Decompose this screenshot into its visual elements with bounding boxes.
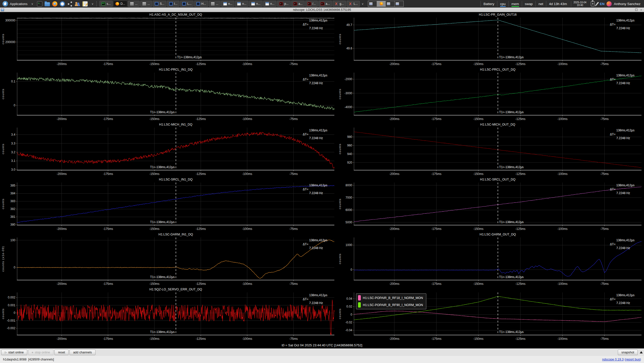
snapshot-button[interactable]: snapshot: [618, 350, 638, 355]
plot-darm-out[interactable]: 10000-200ms-175ms-150ms-125ms-100ms-75ms…: [337, 232, 644, 287]
window-gray-icon: [211, 2, 215, 6]
panel-clock[interactable]: 2025-10-04 19:40: [571, 1, 589, 7]
status-item-battery[interactable]: Battery: [480, 1, 497, 7]
plot-canvas-mich-out[interactable]: 980960940920-200ms-175ms-150ms-125ms-100…: [337, 122, 644, 177]
plot-pr-gain[interactable]: 49.749.6-200ms-175ms-150ms-125ms-100ms-7…: [337, 12, 644, 67]
taskbar-window-button[interactable]: a...: [318, 1, 332, 7]
taskbar-window-button[interactable]: S...: [153, 1, 166, 7]
ndscope-version-link[interactable]: ndscope 0.19.3: [602, 358, 624, 361]
y-tick-label: 0.001: [8, 304, 15, 307]
plot-sqz-lo[interactable]: 0.0020.0010-0.001-0.002-200ms-175ms-150m…: [0, 287, 337, 342]
folder-icon[interactable]: [45, 2, 50, 6]
workspace-4[interactable]: [395, 1, 403, 7]
taskbar-window-button[interactable]: n...: [235, 1, 248, 7]
taskbar-window-button[interactable]: s...: [100, 1, 113, 7]
status-item-net[interactable]: net: [535, 1, 546, 7]
x-tick-label: -100ms: [557, 227, 567, 231]
legend-entry[interactable]: H1:LSC-POPAIR_B_RF18_I_NORM_MON: [358, 295, 423, 300]
plot-canvas-mich-in1[interactable]: 3.43.33.23.13.0-200ms-175ms-150ms-125ms-…: [0, 122, 337, 177]
x-tick-label: -175ms: [103, 62, 113, 66]
taskbar-window-button[interactable]: D...: [113, 1, 127, 7]
reset-button[interactable]: reset: [54, 350, 69, 355]
plot-canvas-prcl-in1[interactable]: 0.10-200ms-175ms-150ms-125ms-100ms-75msT…: [0, 67, 337, 122]
taskbar-window-button[interactable]: n...: [263, 1, 277, 7]
x-tick-label: -125ms: [196, 172, 206, 176]
workspace-1[interactable]: [368, 1, 377, 7]
status-item-mem[interactable]: mem: [508, 1, 522, 7]
expand-triangle-icon[interactable]: [640, 351, 643, 353]
taskbar-window-button[interactable]: g...: [333, 1, 346, 7]
start-online-button[interactable]: ▷ start online: [1, 350, 27, 355]
plot-canvas-prcl-out[interactable]: -2000-3000-4000-200ms-175ms-150ms-125ms-…: [337, 67, 644, 122]
x-tick-label: -125ms: [196, 337, 206, 341]
plot-srcl-out[interactable]: 8000700060005000-200ms-175ms-150ms-125ms…: [337, 177, 644, 232]
panel-separator: [96, 1, 97, 6]
workspace-3[interactable]: [386, 1, 395, 7]
report-bug-link[interactable]: report bug: [626, 358, 640, 361]
taskbar-window-button[interactable]: H...: [194, 1, 208, 7]
applications-menu-button[interactable]: Applications: [2, 1, 29, 7]
taskbar-window-button[interactable]: n...: [221, 1, 235, 7]
plot-canvas-srcl-in1[interactable]: 385384383382381380-200ms-175ms-150ms-125…: [0, 177, 337, 232]
plot-canvas-darm-in1[interactable]: 1000-200ms-175ms-150ms-125ms-100ms-75msT…: [0, 232, 337, 287]
window-titlebar[interactable]: ndscope: LOCKLOSS 1443656698.575195 ×: [0, 8, 644, 12]
share-icon[interactable]: [67, 1, 73, 7]
taskbar-window-button[interactable]: p...: [277, 1, 291, 7]
plot-srcl-in1[interactable]: 385384383382381380-200ms-175ms-150ms-125…: [0, 177, 337, 232]
taskbar-window-button[interactable]: ...: [209, 1, 220, 7]
plot-mich-in1[interactable]: 3.43.33.23.13.0-200ms-175ms-150ms-125ms-…: [0, 122, 337, 177]
plot-popair[interactable]: 0.040.020-0.02-0.04-200ms-175ms-150ms-12…: [337, 287, 644, 342]
status-item-swap[interactable]: swap: [522, 1, 536, 7]
taskbar-window-button[interactable]: ...: [128, 1, 140, 7]
plot-prcl-in1[interactable]: 0.10-200ms-175ms-150ms-125ms-100ms-75msT…: [0, 67, 337, 122]
plot-canvas-srcl-out[interactable]: 8000700060005000-200ms-175ms-150ms-125ms…: [337, 177, 644, 232]
delta-t-freq: 7.2248 Hz: [616, 26, 630, 30]
terminal-launch-icon[interactable]: [37, 1, 42, 7]
plot-canvas-darm-out[interactable]: 10000-200ms-175ms-150ms-125ms-100ms-75ms…: [337, 232, 644, 287]
plot-darm-in1[interactable]: 1000-200ms-175ms-150ms-125ms-100ms-75msT…: [0, 232, 337, 287]
chevron-down-icon[interactable]: ∨: [31, 2, 34, 6]
maximize-button[interactable]: [635, 9, 637, 11]
t0-label: t0 = Sat Oct 04 2025 23:44:40 UTC [14436…: [282, 343, 362, 347]
x-tick-label: -200ms: [389, 337, 399, 341]
taskbar-window-button[interactable]: ...: [140, 1, 152, 7]
add-channels-button[interactable]: add channels: [70, 350, 95, 355]
window-button-label: ...: [216, 2, 218, 6]
taskbar-window-button[interactable]: L...: [180, 1, 194, 7]
x-tick-label: -100ms: [557, 62, 567, 66]
chevron-down-icon[interactable]: ∨: [361, 2, 364, 6]
plot-prcl-out[interactable]: -2000-3000-4000-200ms-175ms-150ms-125ms-…: [337, 67, 644, 122]
delta-t-prefix: ΔT=: [610, 78, 616, 81]
y-axis-label: counts: [2, 143, 5, 154]
keyboard-layout-indicator[interactable]: EN: [600, 2, 604, 6]
taskbar-window-button[interactable]: L...: [347, 1, 360, 7]
legend-entry[interactable]: H1:LSC-POPAIR_B_RF90_I_NORM_MON: [358, 302, 423, 308]
taskbar-window-button[interactable]: /...: [305, 1, 318, 7]
user-avatar[interactable]: [606, 1, 612, 7]
plot-canvas-asc-as-nsum[interactable]: 300000200000-200ms-175ms-150ms-125ms-100…: [0, 12, 337, 67]
workspace-2[interactable]: [377, 1, 386, 7]
plot-canvas-pr-gain[interactable]: 49.749.6-200ms-175ms-150ms-125ms-100ms-7…: [337, 12, 644, 67]
y-tick-label: 940: [347, 152, 352, 156]
chevron-down-icon[interactable]: ∨: [91, 2, 94, 6]
plot-mich-out[interactable]: 980960940920-200ms-175ms-150ms-125ms-100…: [337, 122, 644, 177]
taskbar-window-button[interactable]: a...: [291, 1, 305, 7]
trace-popair-0: [354, 311, 641, 321]
status-item-cpu[interactable]: cpu: [497, 1, 508, 7]
stop-online-button[interactable]: ■ stop online: [28, 350, 54, 355]
stylus-icon[interactable]: [596, 2, 599, 6]
taskbar-window-button[interactable]: I...: [167, 1, 179, 7]
plot-canvas-sqz-lo[interactable]: 0.0020.0010-0.001-0.002-200ms-175ms-150m…: [0, 287, 337, 342]
t1-cursor-label: T1=-138ms,412μs: [499, 110, 524, 114]
taskbar-window-button[interactable]: n...: [249, 1, 263, 7]
firefox-icon[interactable]: [52, 1, 57, 7]
notes-icon[interactable]: [82, 1, 88, 7]
circle-app-icon[interactable]: [60, 1, 65, 7]
users-icon[interactable]: [75, 1, 80, 7]
x-tick-label: -175ms: [103, 282, 113, 286]
status-item-4d-13h-43m[interactable]: 4d 13h 43m: [546, 1, 570, 7]
close-button[interactable]: ×: [640, 8, 642, 11]
battery-icon[interactable]: [591, 1, 595, 6]
x-tick-label: -150ms: [149, 282, 159, 286]
plot-asc-as-nsum[interactable]: 300000200000-200ms-175ms-150ms-125ms-100…: [0, 12, 337, 67]
